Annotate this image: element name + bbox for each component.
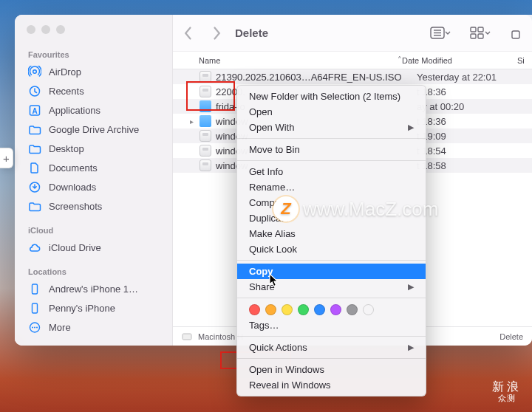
sidebar-item-label: Downloads: [49, 182, 96, 193]
menu-item[interactable]: Move to Bin: [237, 142, 426, 157]
menu-item-label: Open With: [249, 122, 294, 133]
menu-item[interactable]: New Folder with Selection (2 Items): [237, 89, 426, 104]
group-icon[interactable]: [470, 27, 491, 39]
sidebar-item-label: Google Drive Archive: [49, 124, 139, 135]
sidebar-item-docs[interactable]: Documents: [15, 158, 172, 177]
sidebar-header: iCloud: [15, 223, 172, 238]
menu-item[interactable]: Compre: [237, 195, 426, 210]
forward-icon[interactable]: [211, 26, 222, 41]
menu-item-label: Move to Bin: [249, 144, 300, 155]
submenu-arrow-icon: ▶: [408, 343, 414, 352]
menu-item[interactable]: Open With ▶: [237, 120, 426, 135]
sidebar-item-desktop[interactable]: Desktop: [15, 139, 172, 158]
tag-color-icon[interactable]: [330, 304, 341, 315]
table-row[interactable]: 21390.2025.210603…A64FRE_EN-US.ISO Yeste…: [173, 69, 532, 84]
menu-item[interactable]: Get Info: [237, 164, 426, 179]
sidebar-item-label: Andrew's iPhone 1…: [49, 284, 138, 295]
back-icon[interactable]: [183, 26, 194, 41]
col-name[interactable]: Name: [199, 56, 220, 65]
menu-separator: [237, 260, 426, 261]
tag-color-icon[interactable]: [347, 304, 358, 315]
menu-item-label: Rename…: [249, 182, 295, 193]
corner-watermark: 新浪众测: [492, 380, 522, 403]
tag-color-icon[interactable]: [314, 304, 325, 315]
sidebar-item-iphone2[interactable]: Penny's iPhone: [15, 298, 172, 317]
menu-item[interactable]: Make Alias: [237, 226, 426, 241]
file-date: Yesterday at 22:01: [417, 72, 532, 83]
svg-rect-20: [183, 334, 191, 340]
svg-rect-17: [471, 34, 476, 38]
sidebar-item-more[interactable]: More: [15, 317, 172, 337]
more-icon: [28, 321, 41, 334]
svg-text:A: A: [32, 106, 37, 114]
column-header[interactable]: Name˄ Date Modified Si: [173, 52, 532, 69]
sidebar-item-airdrop[interactable]: AirDrop: [15, 62, 172, 81]
tag-color-icon[interactable]: [298, 304, 309, 315]
sidebar-item-dl[interactable]: Downloads: [15, 177, 172, 196]
menu-separator: [237, 358, 426, 359]
sidebar-item-icloud[interactable]: iCloud Drive: [15, 238, 172, 257]
menu-tags-row[interactable]: [237, 301, 426, 317]
menu-item[interactable]: Quick Look: [237, 241, 426, 257]
share-icon[interactable]: [510, 27, 522, 39]
tab-hint[interactable]: +: [0, 148, 13, 168]
context-menu[interactable]: New Folder with Selection (2 Items) Open…: [236, 85, 426, 396]
menu-item[interactable]: Open in Windows: [237, 362, 426, 377]
menu-item[interactable]: Duplicate: [237, 210, 426, 226]
menu-item[interactable]: Share ▶: [237, 279, 426, 295]
cursor-icon: [269, 273, 279, 288]
svg-point-8: [32, 326, 33, 328]
svg-point-10: [36, 326, 38, 328]
device-icon: [28, 283, 41, 295]
svg-point-0: [33, 69, 37, 73]
menu-item-label: Quick Actions: [249, 342, 307, 353]
disk-image-icon: [200, 71, 211, 83]
folder-icon: [28, 143, 41, 155]
menu-item[interactable]: Quick Actions ▶: [237, 340, 426, 355]
col-date[interactable]: Date Modified: [402, 56, 517, 65]
sidebar-item-iphone1[interactable]: Andrew's iPhone 1…: [15, 279, 172, 298]
col-size[interactable]: Si: [517, 56, 532, 65]
menu-item-label: Get Info: [249, 166, 283, 177]
view-list-icon[interactable]: [430, 27, 451, 39]
menu-item[interactable]: Open: [237, 104, 426, 120]
apps-icon: A: [28, 104, 41, 117]
zoom-icon[interactable]: [56, 25, 65, 34]
doc-icon: [28, 162, 41, 174]
svg-rect-16: [478, 27, 483, 32]
sidebar-item-apps[interactable]: A Applications: [15, 100, 172, 120]
path-current[interactable]: Delete: [499, 332, 523, 341]
airdrop-icon: [28, 66, 41, 78]
sidebar-item-label: Desktop: [49, 143, 84, 154]
harddisk-icon: [182, 332, 192, 342]
sidebar-item-label: Recents: [49, 86, 84, 97]
sidebar: Favourites AirDrop Recents A Application…: [15, 15, 173, 346]
sidebar-item-label: More: [49, 322, 71, 333]
file-date: t 18:58: [417, 160, 532, 171]
disclosure-icon[interactable]: ▸: [188, 117, 195, 126]
file-date: t 19:09: [417, 131, 532, 142]
tag-clear-icon[interactable]: [363, 304, 374, 315]
disk-image-icon: [200, 145, 211, 157]
sidebar-item-shots[interactable]: Screenshots: [15, 196, 172, 216]
menu-item[interactable]: Copy: [237, 264, 426, 279]
disk-image-icon: [200, 86, 211, 97]
tag-color-icon[interactable]: [282, 304, 293, 315]
menu-item[interactable]: Reveal in Windows: [237, 377, 426, 393]
svg-rect-6: [33, 303, 38, 313]
svg-rect-15: [471, 27, 476, 32]
sidebar-item-recents[interactable]: Recents: [15, 81, 172, 100]
menu-item[interactable]: Rename…: [237, 179, 426, 195]
menu-item[interactable]: Tags…: [237, 317, 426, 333]
menu-item-label: Open: [249, 106, 273, 117]
minimize-icon[interactable]: [41, 25, 50, 34]
tag-color-icon[interactable]: [249, 304, 260, 315]
tag-color-icon[interactable]: [265, 304, 276, 315]
device-icon: [28, 302, 41, 315]
close-icon[interactable]: [27, 25, 35, 34]
window-controls[interactable]: [15, 24, 172, 47]
menu-item-label: Open in Windows: [249, 364, 324, 375]
sidebar-item-label: Screenshots: [49, 201, 102, 212]
sidebar-item-gdrive[interactable]: Google Drive Archive: [15, 120, 172, 139]
folder-icon: [200, 100, 211, 112]
